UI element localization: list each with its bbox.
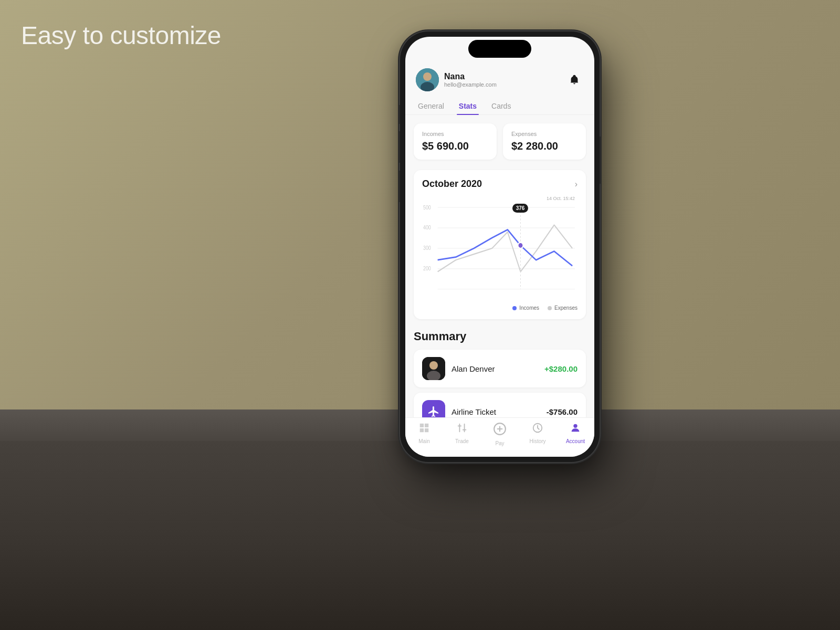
content-area: Incomes $5 690.00 Expenses $2 280.00 Oct… xyxy=(405,115,594,417)
svg-point-21 xyxy=(573,424,577,428)
app-header: Nana hello@example.com xyxy=(405,68,594,98)
legend-incomes-dot xyxy=(512,306,517,310)
app-container: Nana hello@example.com General Stats xyxy=(405,37,594,457)
dynamic-island xyxy=(468,40,531,58)
summary-section: Summary Alan Denver +$28 xyxy=(414,330,586,417)
tab-general[interactable]: General xyxy=(416,98,446,114)
expenses-value: $2 280.00 xyxy=(511,140,578,152)
nav-label-trade: Trade xyxy=(455,438,469,444)
phone-screen: Nana hello@example.com General Stats xyxy=(405,37,594,457)
user-name: Nana xyxy=(444,72,497,81)
avatar xyxy=(416,68,439,91)
tab-bar: General Stats Cards xyxy=(405,98,594,115)
chart-tooltip-date: 14 Oct. 15:42 xyxy=(547,196,575,201)
chart-section: October 2020 › 14 Oct. 15:42 xyxy=(414,170,586,319)
legend-expenses: Expenses xyxy=(548,305,578,311)
chart-container: 14 Oct. 15:42 500 xyxy=(422,196,578,301)
chart-svg: 500 400 300 200 xyxy=(422,196,578,301)
history-nav-icon xyxy=(532,422,543,437)
user-info: Nana hello@example.com xyxy=(416,68,497,91)
incomes-value: $5 690.00 xyxy=(422,140,488,152)
notification-bell-icon[interactable] xyxy=(565,70,584,89)
nav-item-account[interactable]: Account xyxy=(556,422,594,446)
incomes-card: Incomes $5 690.00 xyxy=(414,123,497,160)
incomes-label: Incomes xyxy=(422,131,488,137)
stats-row: Incomes $5 690.00 Expenses $2 280.00 xyxy=(414,123,586,160)
user-email: hello@example.com xyxy=(444,81,497,88)
summary-title: Summary xyxy=(414,330,586,343)
expenses-card: Expenses $2 280.00 xyxy=(503,123,586,160)
legend-incomes-label: Incomes xyxy=(519,305,539,311)
summary-item-amount: +$280.00 xyxy=(544,364,578,373)
tab-cards[interactable]: Cards xyxy=(489,98,513,114)
volume-down-button xyxy=(398,171,400,202)
list-item[interactable]: Airline Ticket -$756.00 xyxy=(414,393,586,417)
phone-body: Nana hello@example.com General Stats xyxy=(400,32,600,462)
svg-point-1 xyxy=(423,72,432,81)
power-button xyxy=(600,136,602,184)
nav-label-main: Main xyxy=(418,438,430,444)
chart-title: October 2020 xyxy=(422,178,482,190)
chart-nav-arrow-icon[interactable]: › xyxy=(575,180,578,189)
svg-point-15 xyxy=(429,361,438,370)
expenses-label: Expenses xyxy=(511,131,578,137)
svg-text:500: 500 xyxy=(423,204,431,211)
nav-label-account: Account xyxy=(566,438,585,444)
nav-label-pay: Pay xyxy=(495,440,504,446)
pay-nav-icon xyxy=(493,422,507,439)
trade-nav-icon xyxy=(456,422,468,437)
chart-tooltip-value: 376 xyxy=(516,205,525,211)
chart-legend: Incomes Expenses xyxy=(422,305,578,311)
legend-expenses-label: Expenses xyxy=(554,305,578,311)
svg-text:400: 400 xyxy=(423,225,431,231)
user-details: Nana hello@example.com xyxy=(444,72,497,88)
legend-incomes: Incomes xyxy=(512,305,539,311)
legend-expenses-dot xyxy=(548,306,552,310)
chart-tooltip: 376 xyxy=(512,204,529,213)
bottom-nav: Main Trade xyxy=(405,417,594,457)
svg-text:200: 200 xyxy=(423,266,431,272)
svg-point-13 xyxy=(518,243,523,248)
list-item[interactable]: Alan Denver +$280.00 xyxy=(414,350,586,387)
plane-icon xyxy=(422,400,445,417)
phone-wrapper: Nana hello@example.com General Stats xyxy=(400,32,600,462)
nav-item-history[interactable]: History xyxy=(519,422,556,446)
nav-item-pay[interactable]: Pay xyxy=(481,422,519,446)
nav-label-history: History xyxy=(529,438,545,444)
summary-item-name: Airline Ticket xyxy=(452,407,540,416)
tab-stats[interactable]: Stats xyxy=(457,98,479,114)
summary-item-name: Alan Denver xyxy=(452,364,538,373)
account-nav-icon xyxy=(570,422,581,437)
nav-item-trade[interactable]: Trade xyxy=(443,422,481,446)
volume-up-button xyxy=(398,131,400,163)
main-nav-icon xyxy=(418,422,430,437)
page-tagline: Easy to customize xyxy=(21,21,221,50)
person-avatar-icon xyxy=(422,357,445,380)
chart-header: October 2020 › xyxy=(422,178,578,190)
mute-button xyxy=(398,105,400,124)
svg-text:300: 300 xyxy=(423,245,431,251)
summary-item-amount: -$756.00 xyxy=(547,407,578,416)
nav-item-main[interactable]: Main xyxy=(405,422,443,446)
